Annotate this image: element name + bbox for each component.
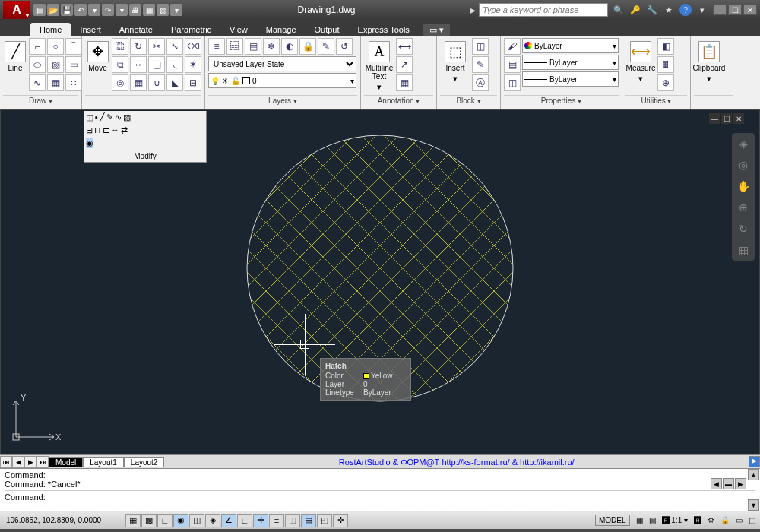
clean-screen-icon[interactable]: ◫ (749, 516, 755, 524)
tab-model[interactable]: Model (49, 457, 83, 467)
polar-toggle[interactable]: ◉ (173, 514, 188, 527)
footer-link[interactable]: RostArtStudio & ФОРМ@Т http://ks-format.… (164, 458, 749, 467)
chamfer-icon[interactable]: ◣ (166, 74, 183, 91)
id-point-icon[interactable]: ⊕ (657, 74, 674, 91)
print-icon[interactable]: 🖶 (129, 4, 141, 16)
line-button[interactable]: ╱ Line (3, 38, 27, 75)
chevron-down-icon[interactable]: ▾ (116, 4, 128, 16)
copy-icon[interactable]: ⿻ (112, 38, 128, 55)
mtext-button[interactable]: A Multiline Text ▾ (364, 38, 394, 95)
arc-icon[interactable]: ⌒ (65, 38, 82, 55)
tab-insert[interactable]: Insert (71, 23, 110, 36)
quickview-layouts-icon[interactable]: ▦ (636, 516, 643, 524)
sc-toggle[interactable]: ◰ (317, 514, 332, 527)
osnap-toggle[interactable]: ◫ (189, 514, 204, 527)
annotation-visibility-icon[interactable]: 🅰 (694, 516, 701, 524)
panel-title[interactable]: Utilities ▾ (625, 95, 687, 107)
key-icon[interactable]: 🔑 (629, 4, 641, 16)
binoculars-icon[interactable]: 🔍 (613, 4, 625, 16)
plot-icon[interactable]: ▦ (143, 4, 155, 16)
fillet-icon[interactable]: ◟ (166, 56, 183, 73)
tab-home[interactable]: Home (30, 23, 71, 36)
spline-icon[interactable]: ∿ (29, 74, 46, 91)
tpy-toggle[interactable]: ◫ (285, 514, 300, 527)
quickcalc-icon[interactable]: 🖩 (657, 56, 674, 73)
rectangle-icon[interactable]: ▭ (65, 56, 82, 73)
explode-icon[interactable]: ✶ (185, 56, 201, 73)
join-icon[interactable]: ↔ (111, 125, 119, 135)
hatch-icon[interactable]: ▨ (47, 56, 64, 73)
ribbon-minimize-button[interactable]: ▭ ▾ (423, 24, 450, 36)
scroll-thumb[interactable]: ▬ (723, 478, 734, 489)
dimension-icon[interactable]: ⟷ (396, 38, 413, 55)
scroll-right-icon[interactable]: ▶ (749, 456, 760, 467)
ellipse-icon[interactable]: ⬭ (29, 56, 46, 73)
showmotion-icon[interactable]: ▦ (736, 242, 751, 258)
attribute-icon[interactable]: Ⓐ (472, 74, 489, 91)
orbit-icon[interactable]: ↻ (736, 221, 751, 236)
chevron-down-icon[interactable]: ▾ (88, 4, 100, 16)
steering-wheel-icon[interactable]: ◎ (736, 157, 751, 173)
trim-icon[interactable]: ✂ (148, 38, 165, 55)
reverse-icon[interactable]: ⇄ (121, 125, 128, 135)
tab-layout1[interactable]: Layout1 (83, 457, 124, 467)
layer-match-icon[interactable]: ✎ (318, 38, 334, 55)
3dosnap-toggle[interactable]: ◈ (205, 514, 220, 527)
break-at-point-icon[interactable]: ⊏ (103, 125, 109, 135)
annotation-scale-button[interactable]: 🅰 1:1 ▾ (662, 516, 688, 524)
break-icon[interactable]: ⊟ (185, 74, 201, 91)
tab-layout2[interactable]: Layout2 (124, 457, 165, 467)
publish-icon[interactable]: ▧ (157, 4, 169, 16)
lwt-toggle[interactable]: ≡ (269, 514, 284, 527)
insert-button[interactable]: ⬚ Insert ▾ (440, 38, 470, 87)
pan-icon[interactable]: ✋ (736, 179, 751, 194)
select-icon[interactable]: ◧ (657, 38, 674, 55)
tab-output[interactable]: Output (306, 23, 349, 36)
close-button[interactable]: ✕ (743, 5, 757, 15)
layer-iso-icon[interactable]: ▤ (245, 38, 261, 55)
scroll-right-icon[interactable]: ▶ (735, 478, 746, 489)
vp-maximize-icon[interactable]: ☐ (721, 113, 732, 124)
linetype-dropdown[interactable]: ByLayer▾ (522, 71, 619, 87)
zoom-extents-icon[interactable]: ⊕ (736, 200, 751, 215)
align-icon[interactable]: ⊟ (86, 125, 93, 135)
ducs-toggle[interactable]: ∟ (237, 514, 252, 527)
edit-spline-icon[interactable]: ∿ (115, 112, 122, 122)
panel-title[interactable]: Draw ▾ (3, 95, 78, 107)
circle-icon[interactable]: ○ (47, 38, 64, 55)
next-tab-icon[interactable]: ▶ (24, 456, 36, 468)
lengthen-icon[interactable]: ╱ (100, 112, 105, 122)
list-icon[interactable]: ▤ (504, 56, 521, 73)
panel-title[interactable] (85, 95, 201, 107)
color-dropdown[interactable]: ByLayer▾ (522, 38, 619, 53)
workspace-icon[interactable]: ⚙ (708, 516, 714, 524)
scale-icon[interactable]: ◫ (148, 56, 165, 73)
scroll-down-icon[interactable]: ▼ (748, 499, 759, 511)
region-icon[interactable]: ▦ (47, 74, 64, 91)
erase-icon[interactable]: ⌫ (185, 38, 201, 55)
coordinates-display[interactable]: 106.0852, 102.8309, 0.0000 (0, 516, 125, 524)
leader-icon[interactable]: ↗ (396, 56, 413, 73)
edit-pline-icon[interactable]: ✎ (106, 112, 113, 122)
open-icon[interactable]: 📂 (47, 4, 59, 16)
edit-block-icon[interactable]: ✎ (472, 56, 489, 73)
paste-button[interactable]: 📋 Clipboard ▾ (694, 38, 724, 87)
layer-prev-icon[interactable]: ↺ (336, 38, 353, 55)
search-input[interactable] (479, 3, 608, 17)
draworder-icon[interactable]: ◉ (86, 138, 93, 148)
app-menu-button[interactable]: A (3, 1, 30, 19)
layer-states-icon[interactable]: ⿳ (226, 38, 243, 55)
layer-props-icon[interactable]: ≡ (208, 38, 225, 55)
wrench-icon[interactable]: 🔧 (646, 4, 658, 16)
tab-parametric[interactable]: Parametric (162, 23, 220, 36)
polyline-icon[interactable]: ⌐ (29, 38, 46, 55)
table-icon[interactable]: ▦ (396, 74, 413, 91)
snap-toggle[interactable]: ▦ (125, 514, 141, 527)
join-icon[interactable]: ∪ (148, 74, 165, 91)
redo-icon[interactable]: ↷ (102, 4, 114, 16)
layer-state-dropdown[interactable]: Unsaved Layer State (208, 56, 356, 71)
new-icon[interactable]: ▤ (33, 4, 46, 16)
qp-toggle[interactable]: ▤ (301, 514, 316, 527)
move-button[interactable]: ✥ Move (85, 38, 110, 75)
maximize-button[interactable]: ☐ (728, 5, 742, 15)
